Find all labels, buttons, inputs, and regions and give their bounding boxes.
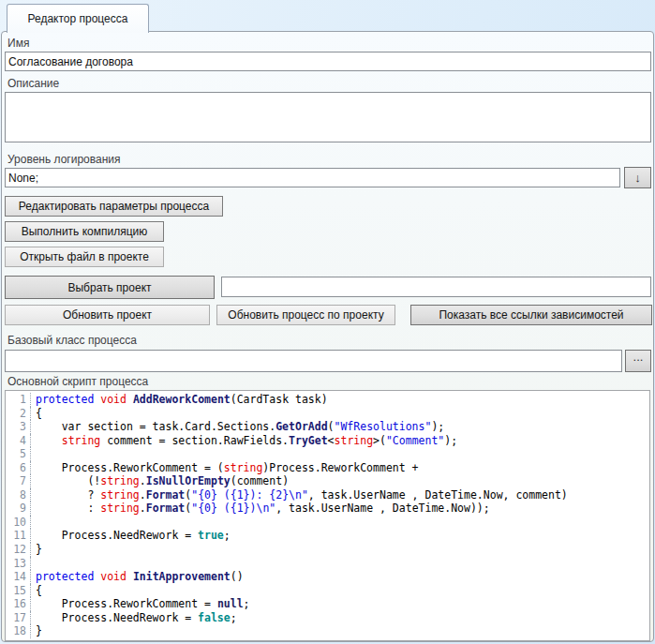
browse-base-class-button[interactable]: ...: [625, 350, 651, 372]
code-line: 14protected void InitApprovement(): [6, 570, 649, 584]
line-number: 3: [6, 420, 31, 434]
code-line: 12}: [6, 543, 649, 557]
line-number: 2: [6, 407, 31, 421]
edit-parameters-button[interactable]: Редактировать параметры процесса: [5, 196, 223, 217]
line-number: 6: [6, 461, 31, 475]
open-file-button[interactable]: Открыть файл в проекте: [5, 247, 164, 267]
line-number: 10: [6, 516, 31, 530]
update-project-button[interactable]: Обновить проект: [5, 305, 210, 325]
update-process-button[interactable]: Обновить процесс по проекту: [216, 305, 395, 325]
code-line: 4 string comment = section.RawFields.Try…: [6, 434, 649, 448]
tab-process-editor[interactable]: Редактор процесса: [7, 4, 149, 33]
select-project-button[interactable]: Выбрать проект: [5, 276, 215, 299]
name-input[interactable]: Согласование договора: [5, 52, 651, 71]
name-label: Имя: [7, 37, 29, 50]
line-number: 1: [6, 393, 31, 407]
compile-button[interactable]: Выполнить компиляцию: [5, 221, 164, 242]
tab-label: Редактор процесса: [28, 12, 128, 25]
line-number: 18: [6, 624, 31, 638]
code-line: 1protected void AddReworkComent(CardTask…: [6, 393, 649, 407]
base-class-label: Базовый класс процесса: [7, 334, 137, 347]
line-number: 9: [6, 502, 31, 516]
line-number: 13: [6, 557, 31, 571]
script-code-editor[interactable]: 1protected void AddReworkComent(CardTask…: [5, 390, 650, 641]
line-number: 4: [6, 434, 31, 448]
log-level-input[interactable]: None;: [5, 168, 620, 187]
code-line: 16 Process.ReworkComment = null;: [6, 597, 649, 611]
code-line: 2{: [6, 407, 649, 421]
line-number: 17: [6, 611, 31, 625]
log-level-dropdown-button[interactable]: ↓: [624, 167, 651, 188]
line-number: 14: [6, 570, 31, 584]
line-number: 7: [6, 474, 31, 488]
code-line: 6 Process.ReworkComment = (string)Proces…: [6, 461, 649, 475]
code-line: 3 var section = task.Card.Sections.GetOr…: [6, 420, 649, 434]
description-label: Описание: [7, 77, 59, 90]
description-input[interactable]: [5, 92, 651, 142]
code-lines: 1protected void AddReworkComent(CardTask…: [6, 393, 649, 638]
line-number: 12: [6, 543, 31, 557]
ellipsis-icon: ...: [633, 351, 644, 364]
down-arrow-icon: ↓: [634, 171, 641, 185]
name-value: Согласование договора: [8, 55, 133, 68]
code-line: 10: [6, 516, 649, 530]
line-number: 16: [6, 597, 31, 611]
code-line: 7 (!string.IsNullOrEmpty(comment): [6, 474, 649, 488]
show-dependency-refs-button[interactable]: Показать все ссылки зависимостей: [410, 305, 652, 325]
script-label: Основной скрипт процесса: [7, 375, 148, 388]
line-number: 5: [6, 447, 31, 461]
code-line: 8 ? string.Format("{0} ({1}): {2}\n", ta…: [6, 488, 649, 502]
code-line: 9 : string.Format("{0} ({1})\n", task.Us…: [6, 502, 649, 516]
project-path-input[interactable]: [221, 277, 651, 297]
line-number: 8: [6, 488, 31, 502]
log-level-value: None;: [8, 172, 38, 185]
code-line: 11 Process.NeedRework = true;: [6, 529, 649, 543]
code-line: 5: [6, 447, 649, 461]
code-line: 15{: [6, 584, 649, 598]
code-line: 17 Process.NeedRework = false;: [6, 611, 649, 625]
line-number: 11: [6, 529, 31, 543]
code-line: 13: [6, 557, 649, 571]
code-line: 18}: [6, 624, 649, 638]
line-number: 15: [6, 584, 31, 598]
log-level-label: Уровень логирования: [7, 153, 121, 166]
base-class-input[interactable]: [5, 350, 622, 372]
